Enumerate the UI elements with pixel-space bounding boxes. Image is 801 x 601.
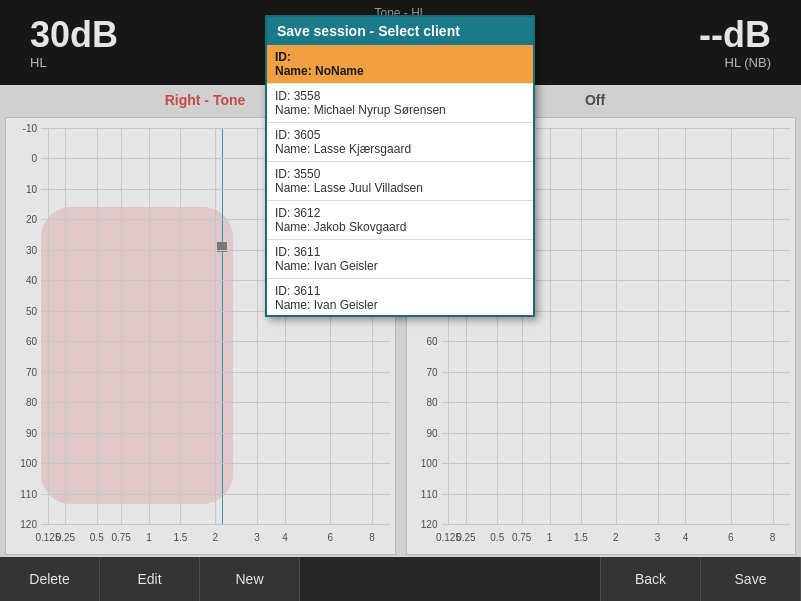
client-item-1[interactable]: ID: 3558Name: Michael Nyrup Sørensen (267, 84, 533, 123)
client-id: ID: 3558 (275, 89, 525, 103)
client-name: Name: Michael Nyrup Sørensen (275, 103, 525, 117)
client-item-5[interactable]: ID: 3611Name: Ivan Geisler (267, 240, 533, 279)
client-id: ID: 3611 (275, 284, 525, 298)
client-id: ID: 3605 (275, 128, 525, 142)
save-dialog: Save session - Select client ID:Name: No… (265, 15, 535, 317)
client-id: ID: 3550 (275, 167, 525, 181)
client-item-6[interactable]: ID: 3611Name: Ivan Geisler (267, 279, 533, 315)
client-id: ID: 3611 (275, 245, 525, 259)
save-dialog-title: Save session - Select client (267, 17, 533, 45)
client-name: Name: NoName (275, 64, 525, 78)
client-name: Name: Lasse Kjærsgaard (275, 142, 525, 156)
client-id: ID: 3612 (275, 206, 525, 220)
client-name: Name: Lasse Juul Villadsen (275, 181, 525, 195)
client-name: Name: Ivan Geisler (275, 298, 525, 312)
client-item-4[interactable]: ID: 3612Name: Jakob Skovgaard (267, 201, 533, 240)
client-id: ID: (275, 50, 525, 64)
client-name: Name: Ivan Geisler (275, 259, 525, 273)
client-item-0[interactable]: ID:Name: NoName (267, 45, 533, 84)
client-item-2[interactable]: ID: 3605Name: Lasse Kjærsgaard (267, 123, 533, 162)
client-name: Name: Jakob Skovgaard (275, 220, 525, 234)
client-list[interactable]: ID:Name: NoNameID: 3558Name: Michael Nyr… (267, 45, 533, 315)
client-item-3[interactable]: ID: 3550Name: Lasse Juul Villadsen (267, 162, 533, 201)
